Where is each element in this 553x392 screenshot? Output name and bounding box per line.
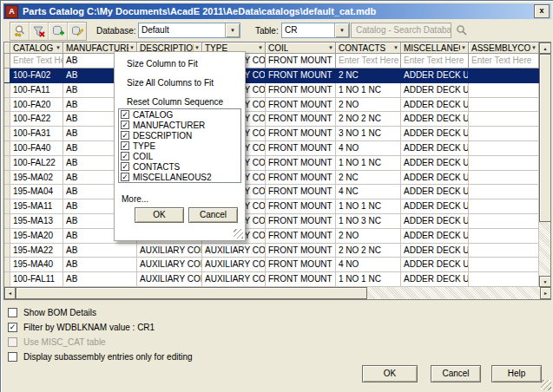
checkbox-icon[interactable]: ✓	[121, 162, 129, 171]
table-row[interactable]: 195-MA13ABAUXILIARY CON...AUXILIARY CON.…	[4, 214, 539, 229]
checkbox-icon[interactable]: ✓	[121, 121, 129, 129]
table-row[interactable]: 100-FAL11ABAUXILIARY CON...AUXILIARY CON…	[4, 272, 539, 287]
titlebar[interactable]: A Parts Catalog C:\My Documents\AcadE 20…	[3, 3, 551, 19]
menu-column-checkbox-miscellaneous2[interactable]: ✓MISCELLANEOUS2	[119, 172, 240, 182]
table-row[interactable]: 195-MA40ABAUXILIARY CON...AUXILIARY CON.…	[4, 258, 539, 272]
table-row[interactable]: 100-FAL22ABAUXILIARY CON...AUXILIARY CON…	[4, 156, 539, 171]
table-row[interactable]: 195-MA02ABAUXILIARY CON...AUXILIARY CON.…	[4, 171, 539, 186]
checkbox-icon[interactable]: ✓	[121, 131, 129, 140]
table-row[interactable]: 100-FA40ABAUXILIARY CON...AUXILIARY CON.…	[4, 141, 539, 156]
cell-type: AUXILIARY CON...	[202, 244, 266, 258]
column-filter-arrow-icon[interactable]: ▼	[194, 45, 200, 50]
dialog-resize-grip[interactable]	[541, 380, 551, 390]
table-row[interactable]: 100-FA02ABAUXILIARY CON...AUXILIARY CON.…	[4, 69, 539, 83]
database-label: Database:	[96, 26, 136, 36]
menu-column-checkbox-type[interactable]: ✓TYPE	[119, 140, 240, 151]
table-value: CR	[282, 23, 334, 37]
add-record-button[interactable]	[49, 23, 68, 40]
checkbox-icon[interactable]: ✓	[8, 323, 17, 332]
catalog-lookup-button[interactable]	[10, 23, 30, 40]
cell-contacts: 2 NC	[336, 69, 401, 83]
table-row[interactable]: 100-FA22ABAUXILIARY CON...AUXILIARY CON.…	[4, 112, 539, 127]
checkbox-icon[interactable]: ✓	[121, 152, 129, 160]
cell-type: AUXILIARY CON...	[202, 258, 266, 272]
menu-column-checkbox-manufacturer[interactable]: ✓MANUFACTURER	[119, 120, 240, 130]
menu-column-checkbox-description[interactable]: ✓DESCRIPTION	[119, 130, 240, 140]
close-button[interactable]: x	[534, 4, 550, 18]
column-filter-arrow-icon[interactable]: ▼	[129, 45, 135, 50]
ok-button[interactable]: OK	[362, 365, 418, 382]
table-row[interactable]: 100-FA31ABAUXILIARY CON...AUXILIARY CON.…	[4, 127, 539, 141]
horizontal-scrollbar[interactable]: ◄ ►	[4, 287, 551, 299]
menu-cancel-button[interactable]: Cancel	[188, 207, 238, 223]
horizontal-scroll-thumb[interactable]	[16, 287, 367, 299]
option-checkbox[interactable]: ✓Filter by WDBLKNAM value : CR1	[8, 320, 355, 335]
chevron-down-icon[interactable]: ▼	[334, 23, 349, 37]
scroll-right-button[interactable]: ►	[540, 287, 551, 299]
cell-catalog: 195-MA20	[10, 229, 63, 244]
vertical-scrollbar[interactable]: ▲ ▼	[539, 42, 551, 287]
table-combobox[interactable]: CR ▼	[281, 23, 350, 38]
checkbox-icon[interactable]	[8, 308, 17, 317]
table-row[interactable]: 195-MA04ABAUXILIARY CON...AUXILIARY CON.…	[4, 185, 539, 199]
cell-coil: FRONT MOUNT	[266, 258, 336, 272]
cell-coil: FRONT MOUNT	[266, 229, 336, 244]
menu-column-checkbox-contacts[interactable]: ✓CONTACTS	[119, 161, 240, 172]
menu-column-checkbox-catalog[interactable]: ✓CATALOG	[119, 109, 240, 120]
search-icon[interactable]	[456, 24, 468, 36]
cancel-button[interactable]: Cancel	[431, 365, 481, 382]
column-header-contacts[interactable]: CONTACTS▼	[336, 42, 401, 54]
option-checkbox[interactable]: Display subassembly entries only for edi…	[8, 350, 355, 364]
column-header-miscellaneous2[interactable]: MISCELLANEOL▼	[401, 42, 469, 54]
column-header-catalog[interactable]: CATALOG▼	[10, 42, 63, 54]
checkbox-icon[interactable]: ✓	[121, 141, 129, 150]
column-filter-arrow-icon[interactable]: ▼	[328, 45, 333, 50]
edit-record-button[interactable]	[68, 23, 86, 40]
cell-description: AUXILIARY CON...	[137, 258, 202, 272]
menu-item-size-column[interactable]: Size Column to Fit	[115, 56, 245, 73]
column-filter-arrow-icon[interactable]: ▼	[393, 45, 398, 50]
scroll-left-button[interactable]: ◄	[4, 287, 16, 299]
column-filter-arrow-icon[interactable]: ▼	[531, 45, 537, 50]
menu-item-size-all-columns[interactable]: Size All Columns to Fit	[115, 75, 245, 92]
menu-resize-grip[interactable]	[234, 229, 243, 238]
filter-input-miscellaneous2[interactable]: Enter Text Here	[401, 54, 469, 69]
menu-column-checkbox-coil[interactable]: ✓COIL	[119, 151, 240, 161]
cell-contacts: 2 NO	[336, 229, 401, 244]
menu-ok-button[interactable]: OK	[135, 207, 184, 223]
column-header-assemblycod[interactable]: ASSEMBLYCOD▼	[469, 42, 539, 54]
column-filter-arrow-icon[interactable]: ▼	[258, 45, 263, 50]
table-row[interactable]: 195-MA22ABAUXILIARY CON...AUXILIARY CON.…	[4, 244, 539, 258]
table-row[interactable]: 195-MA20ABAUXILIARY CON...AUXILIARY CON.…	[4, 229, 539, 244]
catalog-search-input[interactable]: Catalog - Search Database	[351, 23, 451, 38]
database-combobox[interactable]: Default ▼	[138, 23, 240, 38]
filter-input-assemblycod[interactable]: Enter Text Here	[469, 54, 539, 69]
column-header-coil[interactable]: COIL▼	[266, 42, 336, 54]
help-button[interactable]: Help	[491, 365, 542, 382]
scroll-down-button[interactable]: ▼	[539, 276, 551, 287]
checkbox-icon[interactable]: ✓	[121, 173, 129, 181]
scroll-up-button[interactable]: ▲	[539, 42, 551, 54]
cell-assemblycod	[469, 185, 539, 199]
chevron-down-icon[interactable]: ▼	[225, 23, 240, 37]
vertical-scroll-thumb[interactable]	[539, 54, 551, 222]
menu-item-more[interactable]: More...	[122, 193, 148, 206]
filter-input-coil[interactable]: FRONT MOUNT	[266, 54, 336, 69]
option-checkbox[interactable]: Show BOM Details	[8, 305, 355, 320]
cell-miscellaneous2: ADDER DECK US...	[401, 199, 469, 214]
cell-contacts: 1 NO 1 NC	[336, 199, 401, 214]
table-row[interactable]: 100-FA20ABAUXILIARY CON...AUXILIARY CON.…	[4, 98, 539, 113]
filter-delete-button[interactable]	[30, 23, 49, 40]
column-filter-arrow-icon[interactable]: ▼	[461, 45, 466, 50]
table-row[interactable]: 195-MA11ABAUXILIARY CON...AUXILIARY CON.…	[4, 199, 539, 214]
close-icon: x	[539, 6, 543, 15]
checkbox-icon[interactable]: ✓	[121, 110, 129, 119]
cell-assemblycod	[469, 127, 539, 141]
checkbox-label: TYPE	[133, 141, 155, 151]
filter-input-contacts[interactable]: Enter Text Here	[336, 54, 401, 69]
column-filter-arrow-icon[interactable]: ▼	[56, 45, 61, 50]
filter-input-catalog[interactable]: Enter Text Here	[10, 54, 63, 69]
table-row[interactable]: 100-FA11ABAUXILIARY CON...AUXILIARY CON.…	[4, 83, 539, 98]
checkbox-icon[interactable]	[8, 352, 17, 362]
cell-description: AUXILIARY CON...	[137, 272, 202, 287]
